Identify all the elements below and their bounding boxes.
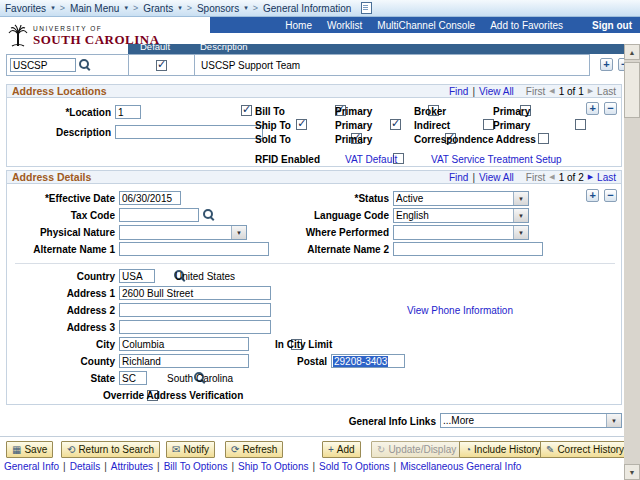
postal-label: Postal — [251, 356, 327, 367]
bill-to-options-link[interactable]: Bill To Options — [164, 461, 228, 472]
scroll-down-icon[interactable]: ▼ — [624, 464, 640, 480]
tax-code-input[interactable] — [119, 208, 199, 222]
include-history-button[interactable]: ◔ Include History — [459, 441, 546, 458]
description-cell: USCSP Support Team — [195, 55, 589, 75]
where-performed-select[interactable]: ▼ — [393, 225, 529, 240]
location-input[interactable] — [115, 105, 141, 119]
default-checkbox[interactable] — [156, 60, 167, 71]
delete-address-button[interactable]: − — [604, 189, 617, 202]
page-links-footer: General Info | Details | Attributes | Bi… — [4, 461, 521, 472]
last-link[interactable]: Last — [597, 172, 616, 183]
location-row-actions: + − — [584, 102, 617, 115]
status-select[interactable]: Active ▼ — [393, 191, 529, 206]
save-button[interactable]: ▦ Save — [6, 441, 53, 458]
address3-input[interactable] — [119, 320, 271, 334]
last-link[interactable]: Last — [597, 86, 616, 97]
delete-location-button[interactable]: − — [604, 102, 617, 115]
vat-service-treatment-setup-link[interactable]: VAT Service Treatment Setup — [431, 154, 562, 165]
first-link[interactable]: First — [526, 172, 545, 183]
add-location-button[interactable]: + — [586, 102, 599, 115]
indirect-primary-checkbox[interactable] — [575, 119, 586, 130]
details-link[interactable]: Details — [70, 461, 101, 472]
miscellaneous-general-info-link[interactable]: Miscellaneous General Info — [400, 461, 521, 472]
state-input[interactable] — [119, 371, 147, 385]
breadcrumb-sponsors[interactable]: Sponsors — [197, 3, 239, 14]
find-link[interactable]: Find — [449, 86, 468, 97]
address3-label: Address 3 — [11, 322, 115, 333]
breadcrumb-main-menu[interactable]: Main Menu — [70, 3, 119, 14]
county-input[interactable] — [119, 354, 249, 368]
sponsor-id-input[interactable] — [10, 58, 76, 72]
view-all-link[interactable]: View All — [479, 172, 514, 183]
previous-row-icon[interactable]: ◀ — [549, 173, 554, 181]
ship-primary-label: Primary — [335, 120, 372, 131]
sponsor-id-cell — [7, 55, 129, 75]
chevron-down-icon: ▾ — [124, 4, 128, 12]
breadcrumb: Favorites ▾ > Main Menu ▾ > Grants ▾ > S… — [0, 0, 640, 17]
description-input[interactable] — [115, 125, 263, 139]
view-all-link[interactable]: View All — [479, 86, 514, 97]
add-to-favorites-link[interactable]: Add to Favorites — [490, 20, 563, 31]
language-code-select[interactable]: English ▼ — [393, 208, 529, 223]
sign-out-link[interactable]: Sign out — [592, 20, 632, 31]
broker-label: Broker — [414, 106, 446, 117]
view-phone-information-link[interactable]: View Phone Information — [407, 305, 513, 316]
find-link[interactable]: Find — [449, 172, 468, 183]
notify-label: Notify — [183, 444, 209, 455]
previous-row-icon[interactable]: ◀ — [549, 87, 554, 95]
effective-date-input[interactable] — [119, 191, 181, 205]
return-to-search-label: Return to Search — [78, 444, 154, 455]
breadcrumb-favorites[interactable]: Favorites — [5, 3, 46, 14]
correspondence-address-checkbox[interactable] — [538, 133, 549, 144]
bill-to-checkbox[interactable] — [241, 105, 252, 116]
add-row-button[interactable]: + — [600, 58, 613, 71]
vertical-scrollbar[interactable]: ▲ ▼ — [624, 44, 640, 480]
postal-input[interactable]: 29208-3403 — [331, 354, 405, 368]
worklist-link[interactable]: Worklist — [327, 20, 362, 31]
rfid-enabled-label: RFID Enabled — [255, 154, 320, 165]
return-to-search-button[interactable]: ⟲ Return to Search — [61, 441, 160, 458]
address1-input[interactable] — [119, 286, 271, 300]
physical-nature-select[interactable]: ▼ — [119, 225, 247, 240]
tax-code-lookup-icon[interactable] — [203, 209, 215, 221]
lookup-icon[interactable] — [79, 59, 91, 71]
address2-input[interactable] — [119, 303, 271, 317]
general-info-links-select[interactable]: ...More ▼ — [440, 413, 622, 428]
add-address-button[interactable]: + — [586, 189, 599, 202]
address-row-actions: + − — [584, 189, 617, 202]
home-link[interactable]: Home — [285, 20, 312, 31]
update-display-button[interactable]: ↻ Update/Display — [371, 441, 462, 458]
sold-to-options-link[interactable]: Sold To Options — [319, 461, 389, 472]
country-input[interactable] — [119, 269, 155, 283]
correspondence-address-label: Correspondence Address — [414, 134, 536, 145]
notify-envelope-icon: ✉ — [172, 445, 180, 455]
attributes-link[interactable]: Attributes — [111, 461, 153, 472]
alternate-name2-input[interactable] — [393, 242, 543, 256]
city-input[interactable] — [119, 337, 249, 351]
notify-button[interactable]: ✉ Notify — [166, 441, 215, 458]
general-info-link[interactable]: General Info — [4, 461, 59, 472]
add-button[interactable]: + Add — [322, 441, 361, 458]
alternate-name1-input[interactable] — [119, 242, 269, 256]
correct-history-button[interactable]: ✎ Correct History — [540, 441, 630, 458]
ship-to-checkbox[interactable] — [296, 119, 307, 130]
breadcrumb-grants[interactable]: Grants — [143, 3, 173, 14]
ship-to-options-link[interactable]: Ship To Options — [238, 461, 308, 472]
first-link[interactable]: First — [526, 86, 545, 97]
next-row-icon[interactable]: ▶ — [588, 87, 593, 95]
next-row-icon[interactable]: ▶ — [588, 173, 593, 181]
scrollbar-thumb[interactable] — [624, 62, 640, 118]
state-label: State — [11, 373, 115, 384]
address-locations-pager: Find | View All First ◀ 1 of 1 ▶ Last — [449, 86, 616, 97]
country-display-text: United States — [175, 271, 235, 282]
multichannel-console-link[interactable]: MultiChannel Console — [377, 20, 475, 31]
banner-nav-bar: Home Worklist MultiChannel Console Add t… — [210, 17, 640, 33]
ship-primary-checkbox[interactable] — [390, 119, 401, 130]
refresh-button[interactable]: ⟳ Refresh — [225, 441, 283, 458]
breadcrumb-current-page: General Information — [263, 3, 351, 14]
vat-default-link[interactable]: VAT Default — [345, 154, 397, 165]
select-arrow-icon: ▼ — [513, 192, 528, 205]
new-window-icon[interactable] — [361, 2, 372, 14]
scroll-up-icon[interactable]: ▲ — [624, 44, 640, 60]
column-header-description: Description — [200, 44, 248, 52]
